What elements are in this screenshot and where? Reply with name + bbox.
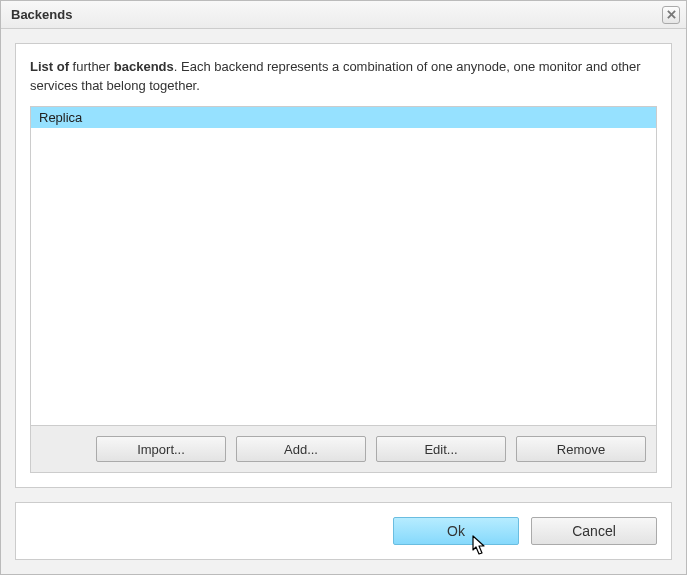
description-text: List of further backends. Each backend r…	[30, 58, 657, 96]
content-wrap: List of further backends. Each backend r…	[1, 29, 686, 574]
edit-button[interactable]: Edit...	[376, 436, 506, 462]
remove-button[interactable]: Remove	[516, 436, 646, 462]
desc-bold-1: List of	[30, 59, 69, 74]
dialog-title: Backends	[11, 7, 662, 22]
bottom-bar: Ok Cancel	[15, 502, 672, 560]
action-row: Import... Add... Edit... Remove	[30, 426, 657, 473]
desc-bold-2: backends	[114, 59, 174, 74]
ok-button[interactable]: Ok	[393, 517, 519, 545]
add-button[interactable]: Add...	[236, 436, 366, 462]
inner-panel: List of further backends. Each backend r…	[15, 43, 672, 488]
list-item[interactable]: Replica	[31, 107, 656, 128]
close-icon	[667, 10, 676, 19]
desc-part2: further	[69, 59, 114, 74]
close-button[interactable]	[662, 6, 680, 24]
titlebar: Backends	[1, 1, 686, 29]
backends-listbox[interactable]: Replica	[30, 106, 657, 426]
import-button[interactable]: Import...	[96, 436, 226, 462]
backends-dialog: Backends List of further backends. Each …	[0, 0, 687, 575]
cancel-button[interactable]: Cancel	[531, 517, 657, 545]
